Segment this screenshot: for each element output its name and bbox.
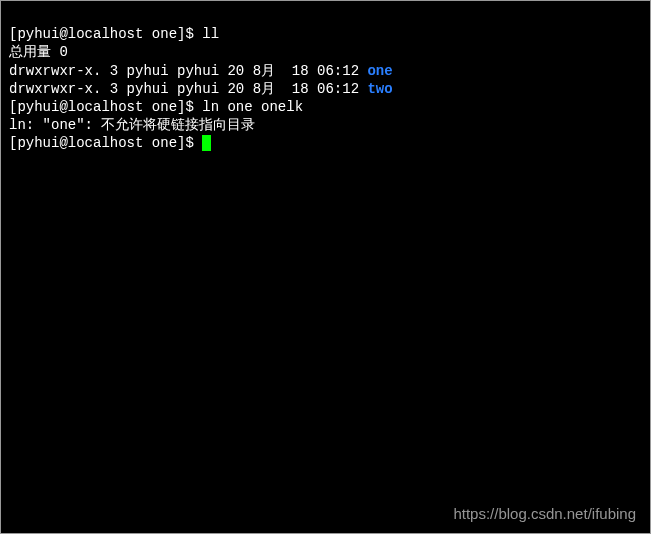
listing-perms: drwxrwxr-x. 3 pyhui pyhui 20 8月 18 06:12: [9, 63, 367, 79]
cursor-block[interactable]: [202, 135, 211, 151]
directory-name: one: [367, 63, 392, 79]
shell-prompt: [pyhui@localhost one]$: [9, 26, 202, 42]
output-line: ln: "one": 不允许将硬链接指向目录: [9, 117, 255, 133]
command-text: ll: [202, 26, 219, 42]
shell-prompt: [pyhui@localhost one]$: [9, 135, 202, 151]
command-text: ln one onelk: [202, 99, 303, 115]
output-line: 总用量 0: [9, 44, 68, 60]
watermark-text: https://blog.csdn.net/ifubing: [453, 504, 636, 524]
listing-perms: drwxrwxr-x. 3 pyhui pyhui 20 8月 18 06:12: [9, 81, 367, 97]
directory-name: two: [367, 81, 392, 97]
terminal-output[interactable]: [pyhui@localhost one]$ ll 总用量 0 drwxrwxr…: [1, 1, 650, 159]
shell-prompt: [pyhui@localhost one]$: [9, 99, 202, 115]
